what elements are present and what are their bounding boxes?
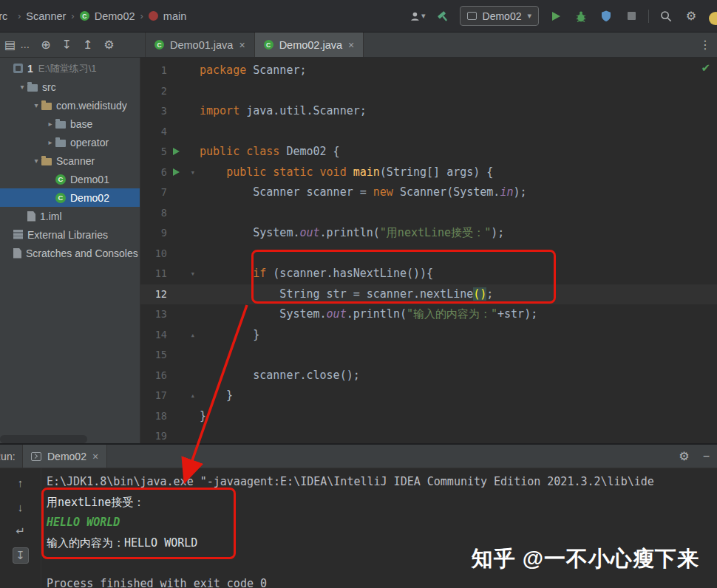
chevron-open-icon[interactable]: ▾ — [31, 157, 41, 165]
code-text[interactable]: System.out.println("用nextLine接受："); — [200, 223, 504, 244]
editor-line-9[interactable]: 9 System.out.println("用nextLine接受："); — [140, 223, 717, 244]
line-number[interactable]: 9 — [140, 223, 167, 244]
run-configuration-select[interactable]: Demo02 ▾ — [460, 6, 539, 26]
more-options-icon[interactable]: … — [20, 40, 30, 49]
tab-demo02-java[interactable]: CDemo02.java× — [255, 33, 364, 57]
chevron-closed-icon[interactable]: ▸ — [45, 120, 55, 128]
tree-item-src[interactable]: ▾src — [0, 78, 140, 96]
code-text[interactable]: System.out.println("输入的内容为："+str); — [200, 304, 537, 325]
editor-line-4[interactable]: 4 — [140, 122, 717, 143]
breadcrumb-item-src[interactable]: src — [0, 10, 13, 22]
line-number[interactable]: 15 — [140, 345, 167, 366]
editor-line-16[interactable]: 16 scanner.close(); — [140, 366, 717, 386]
tree-item-external-libraries[interactable]: External Libraries — [0, 225, 140, 244]
tree-item-base[interactable]: ▸base — [0, 114, 140, 133]
editor-line-11[interactable]: 11▾ if (scanner.hasNextLine()){ — [140, 264, 717, 284]
code-text[interactable]: } — [200, 406, 206, 427]
jump-down-icon[interactable]: ↓ — [13, 499, 29, 515]
fold-close-icon[interactable]: ▴ — [190, 325, 195, 346]
editor-line-5[interactable]: 5public class Demo02 { — [140, 142, 717, 163]
line-number[interactable]: 16 — [140, 366, 167, 386]
minimize-icon[interactable]: − — [703, 451, 710, 462]
breadcrumb-item-main[interactable]: main — [163, 10, 186, 22]
chevron-open-icon[interactable]: ▾ — [31, 101, 41, 109]
code-editor[interactable]: 1package Scanner;23import java.util.Scan… — [140, 58, 717, 445]
inspections-ok-icon[interactable]: ✔ — [701, 61, 710, 75]
line-number[interactable]: 1 — [140, 61, 167, 81]
run-button[interactable] — [548, 8, 564, 24]
editor-line-13[interactable]: 13 System.out.println("输入的内容为："+str); — [140, 304, 717, 325]
tree-item-operator[interactable]: ▸operator — [0, 133, 140, 151]
tree-item-1-iml[interactable]: 1.iml — [0, 207, 140, 225]
line-number[interactable]: 4 — [140, 122, 167, 143]
code-text[interactable]: } — [200, 386, 233, 406]
scroll-to-end-icon[interactable]: ↧ — [13, 547, 29, 564]
code-text[interactable]: import java.util.Scanner; — [200, 101, 367, 122]
settings-gear-icon[interactable]: ⚙ — [683, 8, 699, 24]
panel-settings-gear-icon[interactable]: ⚙ — [103, 39, 114, 51]
editor-line-1[interactable]: 1package Scanner; — [140, 61, 717, 81]
fold-open-icon[interactable]: ▾ — [190, 264, 195, 284]
line-number[interactable]: 17 — [140, 386, 167, 406]
locate-file-icon[interactable]: ⊕ — [41, 39, 50, 51]
console-line[interactable]: E:\JDK1.8\bin\java.exe "-javaagent:E:\ID… — [47, 472, 717, 493]
debug-button[interactable] — [573, 8, 589, 24]
chevron-open-icon[interactable]: ▾ — [17, 83, 27, 91]
breadcrumb-item-demo02[interactable]: Demo02 — [95, 10, 135, 22]
code-text[interactable]: scanner.close(); — [200, 366, 360, 386]
close-icon[interactable]: × — [348, 39, 354, 51]
console-tab-demo02[interactable]: Demo02 × — [22, 445, 107, 468]
line-number[interactable]: 2 — [140, 81, 167, 102]
editor-line-10[interactable]: 10 — [140, 244, 717, 264]
editor-line-15[interactable]: 15 — [140, 345, 717, 366]
line-number[interactable]: 14 — [140, 325, 167, 346]
console-line[interactable]: Process finished with exit code 0 — [47, 574, 717, 588]
tree-item-scratches-and-consoles[interactable]: Scratches and Consoles — [0, 244, 140, 262]
tab-demo01-java[interactable]: CDemo01.java× — [146, 33, 255, 57]
console-line[interactable]: 用nextLine接受： — [47, 493, 717, 513]
line-number[interactable]: 6 — [140, 163, 167, 183]
coverage-button[interactable] — [598, 8, 614, 24]
editor-line-6[interactable]: 6▾ public static void main(String[] args… — [140, 163, 717, 183]
tree-item-demo01[interactable]: CDemo01 — [0, 170, 140, 188]
close-icon[interactable]: × — [239, 39, 245, 51]
notification-icon[interactable] — [709, 12, 717, 25]
code-text[interactable]: package Scanner; — [200, 61, 307, 81]
line-number[interactable]: 5 — [140, 142, 167, 163]
line-number[interactable]: 11 — [140, 264, 167, 284]
horizontal-scrollbar[interactable] — [0, 435, 87, 443]
search-icon[interactable] — [658, 8, 674, 24]
code-text[interactable]: Scanner scanner = new Scanner(System.in)… — [200, 182, 527, 203]
line-number[interactable]: 3 — [140, 101, 167, 122]
console-line[interactable]: HELLO WORLD — [47, 513, 717, 533]
tab-list-icon[interactable]: ⋮ — [699, 38, 717, 52]
editor-line-19[interactable]: 19 — [140, 426, 717, 445]
editor-line-7[interactable]: 7 Scanner scanner = new Scanner(System.i… — [140, 182, 717, 203]
tree-item-demo02[interactable]: CDemo02 — [0, 188, 140, 207]
fold-close-icon[interactable]: ▴ — [190, 386, 195, 406]
code-text[interactable]: public static void main(String[] args) { — [200, 163, 493, 183]
line-number[interactable]: 7 — [140, 182, 167, 203]
line-number[interactable]: 19 — [140, 426, 167, 445]
code-text[interactable]: String str = scanner.nextLine(); — [200, 284, 493, 305]
run-line-icon[interactable] — [173, 148, 180, 155]
stop-button[interactable] — [623, 8, 639, 24]
fold-open-icon[interactable]: ▾ — [190, 163, 195, 183]
tree-item-1[interactable]: 1E:\随堂练习\1 — [0, 59, 140, 78]
editor-line-8[interactable]: 8 — [140, 203, 717, 224]
line-number[interactable]: 13 — [140, 304, 167, 325]
line-number[interactable]: 10 — [140, 244, 167, 264]
editor-line-2[interactable]: 2 — [140, 81, 717, 102]
editor-line-3[interactable]: 3import java.util.Scanner; — [140, 101, 717, 122]
editor-line-14[interactable]: 14▴ } — [140, 325, 717, 346]
soft-wrap-icon[interactable]: ↵ — [13, 523, 29, 539]
run-line-icon[interactable] — [173, 168, 180, 176]
editor-line-12[interactable]: 12 String str = scanner.nextLine(); — [140, 284, 717, 305]
code-text[interactable]: if (scanner.hasNextLine()){ — [200, 264, 433, 284]
console-settings-gear-icon[interactable]: ⚙ — [679, 451, 689, 462]
line-number[interactable]: 8 — [140, 203, 167, 224]
editor-line-17[interactable]: 17▴ } — [140, 386, 717, 406]
user-account-icon[interactable]: ▾ — [410, 8, 426, 24]
close-icon[interactable]: × — [92, 451, 98, 462]
jump-up-icon[interactable]: ↑ — [13, 474, 29, 490]
